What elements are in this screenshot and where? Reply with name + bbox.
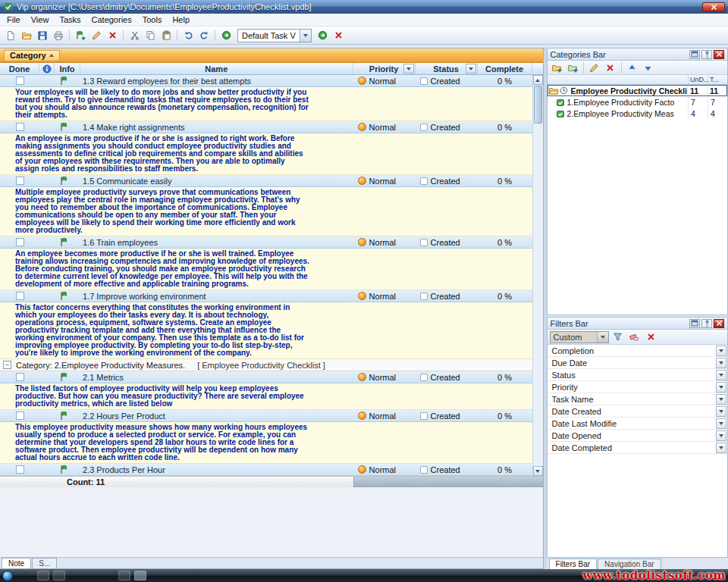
task-done-checkbox[interactable]: [16, 292, 24, 300]
delete-red-button[interactable]: [331, 28, 347, 43]
scroll-up-button[interactable]: [533, 75, 543, 85]
delete-red-button[interactable]: [603, 60, 618, 75]
task-row[interactable]: 1.6 Train employeesNormalCreated0 %: [0, 236, 532, 249]
menu-tasks[interactable]: Tasks: [54, 14, 86, 25]
eraser-button[interactable]: [627, 330, 642, 345]
task-done-checkbox[interactable]: [16, 177, 24, 185]
pencil-button[interactable]: [587, 60, 602, 75]
redo-button[interactable]: [196, 28, 212, 43]
group-by-category-chip[interactable]: Category: [4, 50, 60, 61]
column-header-complete[interactable]: Complete: [478, 63, 532, 74]
tab-note[interactable]: Note: [2, 558, 31, 568]
filter-row-status[interactable]: Status: [548, 369, 727, 381]
scrollbar-thumb[interactable]: [534, 86, 542, 124]
filter-row-completion[interactable]: Completion: [548, 345, 727, 357]
filter-row-date-completed[interactable]: Date Completed: [548, 442, 727, 454]
go-green-button[interactable]: [315, 28, 331, 43]
menu-file[interactable]: File: [2, 14, 26, 25]
close-button[interactable]: [702, 2, 725, 12]
filter-dropdown-button[interactable]: [716, 418, 726, 429]
tab-navigation-bar[interactable]: Navigation Bar: [598, 559, 661, 569]
title-bar[interactable]: Vip organizer [C:\Users\dmitry\Documents…: [0, 0, 728, 14]
filter-dropdown-button[interactable]: [716, 346, 726, 356]
new-file-button[interactable]: [3, 28, 18, 43]
task-row[interactable]: 2.1 MetricsNormalCreated0 %: [0, 371, 532, 383]
panel-pin-button[interactable]: [701, 50, 712, 59]
chevron-down-icon[interactable]: [300, 30, 311, 42]
status-filter-dropdown[interactable]: [466, 64, 476, 74]
task-done-checkbox[interactable]: [16, 465, 24, 474]
task-done-checkbox[interactable]: [16, 238, 24, 246]
task-view-combo[interactable]: Default Task V: [237, 29, 312, 42]
task-row[interactable]: 2.3 Products Per HourNormalCreated0 %: [0, 464, 532, 476]
new-task-button[interactable]: [73, 28, 88, 43]
category-group-row[interactable]: −Category: 2.Employee Productivity Measu…: [0, 359, 532, 371]
panel-window-button[interactable]: [689, 50, 700, 59]
taskbar-item[interactable]: [53, 571, 65, 580]
filter-row-task-name[interactable]: Task Name: [548, 393, 727, 405]
menu-view[interactable]: View: [26, 14, 55, 25]
priority-filter-dropdown[interactable]: [403, 64, 414, 74]
menu-help[interactable]: Help: [167, 14, 195, 25]
task-row[interactable]: 1.5 Communicate easilyNormalCreated0 %: [0, 175, 532, 187]
filter-row-due-date[interactable]: Due Date: [548, 357, 727, 369]
tab-s[interactable]: S...: [32, 558, 57, 568]
paste-button[interactable]: [158, 28, 174, 43]
task-row[interactable]: 1.3 Reward employees for their best atte…: [0, 75, 532, 87]
column-header-info[interactable]: Info: [55, 63, 80, 74]
task-done-checkbox[interactable]: [16, 77, 24, 85]
task-done-checkbox[interactable]: [16, 123, 24, 131]
filter-dropdown-button[interactable]: [716, 430, 726, 441]
menu-tools[interactable]: Tools: [137, 14, 168, 25]
delete-red-button[interactable]: [105, 28, 120, 43]
filter-row-priority[interactable]: Priority: [548, 381, 727, 393]
category-tree-item-2-employee-productivity-meas[interactable]: 2.Employee Productivity Meas44: [548, 108, 727, 119]
tab-filters-bar[interactable]: Filters Bar: [549, 559, 598, 569]
filter-dropdown-button[interactable]: [716, 382, 726, 393]
scrollbar-track[interactable]: [533, 124, 543, 466]
cut-button[interactable]: [127, 28, 142, 43]
funnel-button[interactable]: [610, 330, 626, 345]
column-header-status[interactable]: Status: [416, 63, 478, 74]
panel-close-button[interactable]: [714, 50, 724, 59]
pencil-button[interactable]: [89, 28, 104, 43]
task-done-checkbox[interactable]: [16, 411, 24, 420]
copy-button[interactable]: [143, 28, 158, 43]
panel-close-button[interactable]: [714, 319, 724, 328]
filter-dropdown-button[interactable]: [716, 394, 726, 405]
scroll-down-button[interactable]: [533, 466, 543, 476]
task-done-checkbox[interactable]: [16, 373, 24, 381]
save-button[interactable]: [35, 28, 50, 43]
add-subcategory-button[interactable]: [565, 60, 580, 75]
task-row[interactable]: 1.4 Make right assignmentsNormalCreated0…: [0, 121, 532, 133]
taskbar-item[interactable]: [118, 571, 130, 580]
filter-dropdown-button[interactable]: [716, 443, 726, 453]
filter-dropdown-button[interactable]: [716, 370, 726, 380]
column-header-indicator[interactable]: [39, 63, 55, 74]
category-tree-item-employee-productivity-checkli[interactable]: Employee Productivity Checkli1111: [548, 85, 727, 96]
collapse-icon[interactable]: −: [3, 361, 11, 369]
arrow-up-button[interactable]: [625, 60, 640, 75]
task-row[interactable]: 1.7 Improve working environmentNormalCre…: [0, 290, 532, 302]
column-header-name[interactable]: Name: [80, 63, 353, 74]
filter-row-date-last-modifie[interactable]: Date Last Modifie: [548, 418, 727, 430]
undo-button[interactable]: [180, 28, 196, 43]
filter-dropdown-button[interactable]: [716, 358, 726, 368]
arrow-down-button[interactable]: [641, 60, 656, 75]
taskbar-item-active[interactable]: [134, 571, 146, 580]
column-header-done[interactable]: Done: [0, 63, 39, 74]
task-row[interactable]: 2.2 Hours Per ProductNormalCreated0 %: [0, 410, 532, 422]
column-header-priority[interactable]: Priority: [353, 63, 416, 74]
filter-dropdown-button[interactable]: [716, 406, 726, 417]
panel-pin-button[interactable]: [701, 319, 712, 328]
start-button[interactable]: [2, 571, 13, 581]
go-green-button[interactable]: [218, 28, 234, 43]
filter-row-date-created[interactable]: Date Created: [548, 405, 727, 418]
filter-row-date-opened[interactable]: Date Opened: [548, 430, 727, 442]
chevron-down-icon[interactable]: [597, 332, 608, 343]
add-category-button[interactable]: [549, 60, 564, 75]
filter-preset-combo[interactable]: Custom: [550, 331, 609, 343]
open-file-button[interactable]: [19, 28, 34, 43]
delete-red-button[interactable]: [644, 330, 659, 345]
panel-window-button[interactable]: [689, 319, 700, 328]
